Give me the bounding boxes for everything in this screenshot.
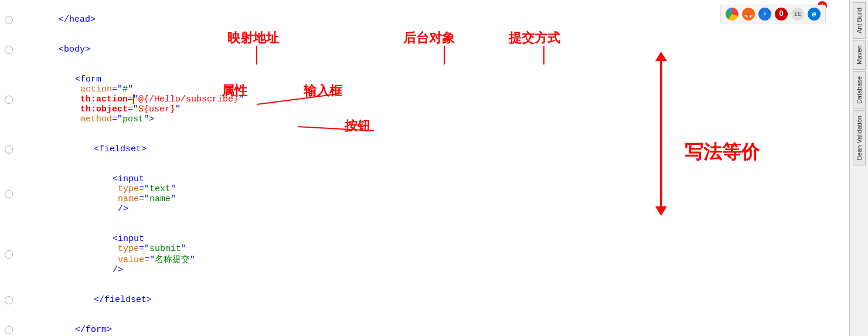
right-sidebar: Ant Build Maven Database Bean Validation: [849, 0, 868, 336]
code-line-4: <fieldset>: [5, 134, 849, 164]
tab-maven[interactable]: Maven: [853, 40, 866, 70]
code-text-4: <fieldset>: [14, 134, 147, 164]
code-text-6: <input type="submit" value="名称提交" />: [14, 224, 195, 285]
code-text-8: </form>: [14, 315, 112, 336]
code-text-5: <input type="text" name="name" />: [14, 164, 176, 224]
gutter-4: [5, 145, 13, 154]
code-line-5: <input type="text" name="name" />: [5, 164, 849, 224]
code-line-3: <form action="#" th:action="@{/Hello/sub…: [5, 65, 849, 134]
code-area: </head> <body> <form action="#" th:actio…: [5, 5, 849, 331]
gutter-7: [5, 296, 13, 304]
gutter-8: [5, 326, 13, 334]
gutter-5: [5, 190, 13, 198]
gutter-2: [5, 46, 13, 54]
main-content: ! 🦊 ⚡ O IE e </head> <body>: [0, 0, 849, 336]
tab-bean-validation[interactable]: Bean Validation: [853, 110, 866, 165]
gutter-3: [5, 96, 13, 104]
code-line-6: <input type="submit" value="名称提交" />: [5, 224, 849, 285]
tab-database[interactable]: Database: [853, 71, 866, 109]
gutter-6: [5, 250, 13, 259]
code-text-1: </head>: [14, 5, 96, 35]
code-text-2: <body>: [14, 35, 90, 65]
code-line-1: </head>: [5, 5, 849, 35]
code-line-8: </form>: [5, 315, 849, 336]
code-line-7: </fieldset>: [5, 285, 849, 315]
code-text-3: <form action="#" th:action="@{/Hello/sub…: [14, 65, 244, 134]
code-text-7: </fieldset>: [14, 285, 152, 315]
code-line-2: <body>: [5, 35, 849, 65]
tab-ant-build[interactable]: Ant Build: [853, 2, 866, 39]
gutter-1: [5, 16, 13, 24]
